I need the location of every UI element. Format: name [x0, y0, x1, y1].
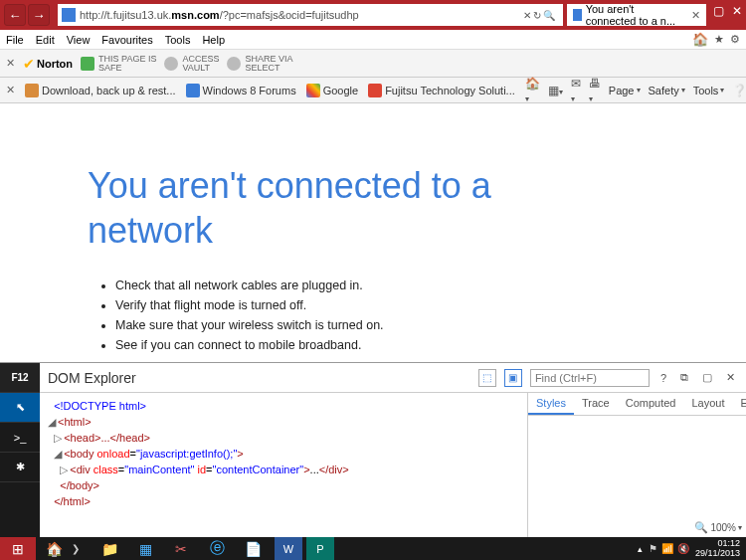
publisher-icon[interactable]: P [306, 537, 334, 560]
menu-help[interactable]: Help [202, 34, 225, 46]
tab-title: You aren't connected to a n... [586, 3, 687, 27]
date: 29/11/2013 [695, 549, 740, 558]
vault-icon [164, 57, 178, 71]
f12-label[interactable]: F12 [0, 363, 40, 393]
app-icon[interactable]: 📄 [235, 537, 271, 560]
close-icon[interactable]: ✕ [732, 4, 742, 18]
ie-icon[interactable]: ⓔ [199, 537, 235, 560]
favourites-icon[interactable]: ★ [714, 33, 724, 46]
flag-icon[interactable]: ⚑ [649, 543, 657, 554]
menu-favourites[interactable]: Favourites [101, 34, 152, 46]
bookmarks-close-icon[interactable]: ✕ [6, 84, 15, 96]
maximize-icon[interactable]: ▢ [713, 4, 724, 18]
console-tool-icon[interactable]: >_ [0, 423, 40, 453]
menu-file[interactable]: File [6, 34, 24, 46]
select-element-icon[interactable]: ⬚ [478, 369, 496, 387]
close-devtools-icon[interactable]: ✕ [723, 371, 738, 384]
suggestion-item: See if you can connect to mobile broadba… [115, 338, 746, 352]
window-titlebar: ← → http://t.fujitsu13.uk.msn.com/?pc=ma… [0, 0, 746, 30]
help-icon[interactable]: ? [657, 372, 669, 384]
volume-icon[interactable]: 🔇 [677, 543, 689, 554]
back-button[interactable]: ← [4, 4, 26, 26]
word-icon[interactable]: W [275, 537, 302, 560]
app-icon[interactable]: ▦ [127, 537, 163, 560]
styles-tab[interactable]: Styles [528, 393, 574, 415]
bookmark-icon [368, 84, 382, 97]
devtools-sidebar: F12 ⬉ >_ ✱ [0, 363, 40, 537]
tray-show-hidden-icon[interactable]: ▴ [638, 544, 643, 554]
norton-vault[interactable]: ACCESSVAULT [164, 55, 219, 73]
tab-favicon [573, 9, 582, 21]
bookmark-icon [186, 84, 200, 97]
bookmark-icon [25, 84, 39, 97]
error-heading: You aren't connected to a network [88, 163, 525, 253]
network-icon[interactable]: 📶 [661, 543, 673, 554]
zoom-icon: 🔍 [694, 521, 708, 534]
norton-brand: Norton [37, 58, 73, 70]
feeds-icon[interactable]: ▦▾ [548, 84, 563, 97]
explorer-icon[interactable]: 📁 [92, 537, 127, 560]
snip-icon[interactable]: ✂ [163, 537, 199, 560]
taskbar-home-icon[interactable]: 🏠 [36, 537, 72, 560]
stop-icon[interactable]: ✕ [523, 10, 531, 21]
start-button[interactable]: ⊞ [0, 537, 36, 560]
undock-icon[interactable]: ⧉ [677, 371, 691, 384]
dom-tree[interactable]: <!DOCTYPE html> ◢<html> ▷<head>...</head… [40, 393, 527, 537]
mail-icon[interactable]: ✉▾ [571, 77, 581, 104]
styles-panel: Styles Trace Computed Layout Event [527, 393, 746, 537]
norton-tick-icon: ✔ [23, 56, 35, 72]
suggestion-item: Check that all network cables are plugge… [115, 279, 746, 292]
forward-button[interactable]: → [28, 4, 50, 26]
site-icon [62, 8, 76, 22]
home-dropdown-icon[interactable]: 🏠▾ [525, 77, 540, 104]
search-icon[interactable]: 🔍 [543, 10, 555, 21]
safety-menu[interactable]: Safety▾ [649, 85, 685, 96]
error-suggestions: Check that all network cables are plugge… [88, 279, 746, 352]
page-content: You aren't connected to a network Check … [0, 103, 746, 362]
safe-badge-icon [81, 57, 94, 71]
zoom-value: 100% [710, 522, 736, 533]
devtools-panel: F12 ⬉ >_ ✱ DOM Explorer ⬚ ▣ ? ⧉ ▢ ✕ <!DO… [0, 362, 746, 537]
settings-icon[interactable]: ⚙ [730, 33, 740, 46]
network-tool-icon[interactable]: ✱ [0, 453, 40, 482]
tools-menu[interactable]: Tools▾ [693, 85, 725, 96]
minimize-icon[interactable]: — [693, 4, 705, 18]
browser-tab[interactable]: You aren't connected to a n... ✕ [567, 4, 706, 26]
bookmark-item[interactable]: Fujitsu Technology Soluti... [368, 84, 515, 97]
taskbar-chevron-icon[interactable]: ❯ [72, 543, 92, 554]
bookmark-item[interactable]: Windows 8 Forums [186, 84, 296, 97]
share-icon [227, 57, 241, 71]
norton-logo[interactable]: ✔ Norton [23, 56, 73, 72]
clock[interactable]: 01:12 29/11/2013 [695, 539, 740, 558]
address-bar[interactable]: http://t.fujitsu13.uk.msn.com/?pc=mafsjs… [58, 4, 563, 26]
menu-edit[interactable]: Edit [36, 34, 55, 46]
chevron-down-icon: ▾ [738, 523, 742, 532]
print-icon[interactable]: 🖶▾ [589, 77, 601, 104]
system-tray[interactable]: ⚑ 📶 🔇 [649, 543, 689, 554]
devtools-title: DOM Explorer [48, 370, 470, 386]
events-tab[interactable]: Event [732, 393, 746, 415]
menu-view[interactable]: View [67, 34, 91, 46]
taskbar: ⊞ 🏠 ❯ 📁 ▦ ✂ ⓔ 📄 W P ▴ ⚑ 📶 🔇 01:12 29/11/… [0, 537, 746, 560]
help-icon[interactable]: ❔▾ [732, 84, 746, 97]
computed-tab[interactable]: Computed [618, 393, 684, 415]
norton-share[interactable]: SHARE VIASELECT [227, 55, 292, 73]
toolbar-close-icon[interactable]: ✕ [6, 57, 15, 70]
page-menu[interactable]: Page▾ [609, 85, 641, 96]
home-icon[interactable]: 🏠 [692, 32, 708, 47]
zoom-indicator[interactable]: 🔍 100% ▾ [694, 521, 742, 534]
highlight-icon[interactable]: ▣ [504, 369, 522, 387]
menu-tools[interactable]: Tools [165, 34, 191, 46]
bookmark-icon [306, 84, 320, 97]
bookmark-item[interactable]: Google [306, 84, 358, 97]
suggestion-item: Verify that flight mode is turned off. [115, 298, 746, 312]
norton-safe[interactable]: THIS PAGE ISSAFE [81, 55, 156, 73]
devtools-find-input[interactable] [530, 369, 650, 387]
bookmark-item[interactable]: Download, back up & rest... [25, 84, 176, 97]
dom-tool-icon[interactable]: ⬉ [0, 393, 40, 423]
menu-bar: File Edit View Favourites Tools Help 🏠 ★… [0, 30, 746, 50]
trace-tab[interactable]: Trace [574, 393, 618, 415]
layout-tab[interactable]: Layout [683, 393, 732, 415]
refresh-icon[interactable]: ↻ [533, 10, 541, 21]
maximize-devtools-icon[interactable]: ▢ [699, 371, 715, 384]
